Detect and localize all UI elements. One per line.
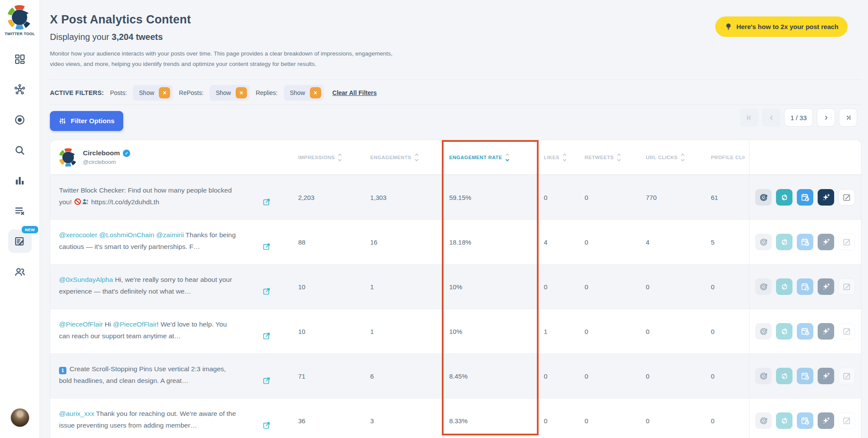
external-link-icon[interactable] — [262, 421, 271, 430]
edit-button[interactable] — [838, 323, 855, 340]
edit-button[interactable] — [838, 189, 855, 206]
impressions-value: 10 — [298, 309, 370, 353]
history-button[interactable] — [755, 189, 772, 206]
sidebar-item-circle[interactable] — [8, 108, 32, 131]
schedule-button[interactable] — [797, 412, 813, 429]
ai-generate-button[interactable] — [818, 368, 834, 384]
description-line-2: video views, and more, helping you ident… — [50, 59, 392, 69]
active-filters-row: ACTIVE FILTERS: Posts:Show×RePosts:Show×… — [50, 84, 377, 101]
column-header-url-clicks[interactable]: URL CLICKS — [646, 154, 711, 161]
repost-button[interactable] — [776, 412, 792, 429]
history-button[interactable] — [755, 278, 772, 295]
schedule-button[interactable] — [797, 278, 813, 295]
column-label: PROFILE CLICKS — [711, 155, 745, 160]
column-header-likes[interactable]: LIKES — [544, 154, 585, 161]
mention-link[interactable]: @PieceOfFlair — [113, 320, 157, 328]
clear-all-filters-link[interactable]: Clear All Filters — [332, 89, 377, 96]
lightbulb-icon — [724, 23, 733, 31]
repost-button[interactable] — [776, 323, 792, 340]
ai-generate-button[interactable] — [818, 189, 834, 206]
description-line-1: Monitor how your audience interacts with… — [50, 49, 392, 59]
ai-generate-button[interactable] — [818, 278, 834, 295]
tweet-text: Twitter Block Checker: Find out how many… — [59, 185, 236, 208]
page-title: X Post Analytics Content — [50, 13, 191, 26]
sidebar-item-compose[interactable]: NEW — [8, 229, 32, 253]
external-link-icon[interactable] — [262, 376, 271, 385]
schedule-button[interactable] — [797, 323, 813, 340]
repost-button[interactable] — [776, 368, 792, 384]
history-button[interactable] — [755, 234, 772, 250]
external-link-icon[interactable] — [262, 331, 271, 340]
edit-button[interactable] — [838, 234, 855, 250]
retweets-value: 0 — [585, 354, 646, 398]
mention-link[interactable]: @LoshmiOnChain — [99, 231, 154, 239]
edit-icon — [842, 238, 852, 247]
edit-button[interactable] — [838, 368, 855, 384]
edit-button[interactable] — [838, 412, 855, 429]
remove-filter-button[interactable]: × — [236, 87, 247, 98]
promo-button[interactable]: Here's how to 2x your post reach — [715, 16, 848, 37]
mention-link[interactable]: @xerocooler — [59, 231, 97, 239]
filter-options-button[interactable]: Filter Options — [50, 111, 123, 131]
divider — [50, 79, 861, 80]
filter-items: Posts:Show×RePosts:Show×Replies:Show× — [110, 85, 323, 101]
sidebar-item-remove-list[interactable] — [8, 199, 32, 222]
next-page-button[interactable] — [817, 108, 835, 127]
schedule-icon — [801, 193, 810, 202]
mention-link[interactable]: @0xSundayAlpha — [59, 276, 113, 283]
ai-generate-button[interactable] — [818, 234, 834, 250]
repost-button[interactable] — [776, 278, 792, 295]
external-link-icon[interactable] — [262, 242, 271, 251]
history-icon — [759, 416, 768, 425]
repost-button[interactable] — [776, 189, 792, 206]
app-logo[interactable]: TWITTER TOOL — [5, 5, 35, 36]
sidebar-item-dashboard[interactable] — [8, 47, 32, 71]
first-page-button[interactable] — [740, 108, 758, 127]
column-header-retweets[interactable]: RETWEETS — [585, 154, 646, 161]
external-link-icon[interactable] — [262, 287, 271, 296]
ai-generate-button[interactable] — [818, 412, 834, 429]
column-header-engagement-rate[interactable]: ENGAGEMENT RATE — [449, 154, 544, 161]
ai-generate-button[interactable] — [818, 323, 834, 340]
hub-icon — [14, 84, 26, 95]
mention-link[interactable]: @PieceOfFlair — [59, 320, 103, 328]
divider — [50, 105, 861, 105]
schedule-button[interactable] — [797, 234, 813, 250]
table-row: Twitter Block Checker: Find out how many… — [50, 175, 861, 219]
engagement-rate-value: 18.18% — [449, 220, 544, 264]
column-header-impressions[interactable]: IMPRESSIONS — [298, 154, 370, 161]
column-label: ENGAGEMENTS — [370, 155, 411, 160]
history-button[interactable] — [755, 412, 772, 429]
user-avatar[interactable] — [11, 409, 29, 427]
retweets-value: 0 — [585, 175, 646, 219]
previous-page-button[interactable] — [762, 108, 780, 127]
column-header-profile-clicks[interactable]: PROFILE CLICKS — [711, 155, 749, 160]
chart-icon — [14, 175, 26, 186]
tweet-cell: Twitter Block Checker: Find out how many… — [50, 175, 298, 219]
column-header-engagements[interactable]: ENGAGEMENTS — [370, 154, 449, 161]
history-button[interactable] — [755, 323, 772, 340]
mention-link[interactable]: @zaimirii — [156, 231, 184, 239]
external-link-icon[interactable] — [262, 197, 271, 206]
remove-filter-button[interactable]: × — [310, 87, 321, 98]
sidebar-item-analytics[interactable] — [8, 169, 32, 192]
history-button[interactable] — [755, 368, 772, 384]
column-label: URL CLICKS — [646, 155, 677, 160]
repost-button[interactable] — [776, 234, 792, 250]
edit-button[interactable] — [838, 278, 855, 295]
schedule-icon — [801, 372, 810, 381]
sidebar-item-search[interactable] — [8, 138, 32, 162]
sort-icon — [415, 154, 418, 161]
remove-filter-button[interactable]: × — [159, 87, 170, 98]
subtitle-prefix: Displaying your — [50, 32, 112, 42]
busts-emoji — [82, 198, 89, 206]
users-icon — [14, 266, 26, 278]
schedule-button[interactable] — [797, 368, 813, 384]
tweet-cell: @PieceOfFlair Hi @PieceOfFlair! We'd lov… — [50, 309, 298, 353]
sidebar-item-connections[interactable] — [8, 78, 32, 101]
url-clicks-value: 0 — [646, 309, 711, 353]
schedule-button[interactable] — [797, 189, 813, 206]
last-page-button[interactable] — [839, 108, 857, 127]
mention-link[interactable]: @aurix_xxx — [59, 410, 94, 417]
sidebar-item-community[interactable] — [8, 260, 32, 283]
